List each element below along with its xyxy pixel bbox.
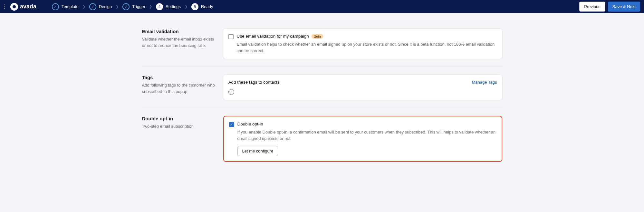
svg-rect-2 bbox=[5, 8, 5, 9]
header-actions: Previous Save & Next bbox=[579, 2, 640, 12]
card-description: Email validation helps to check whether … bbox=[237, 41, 497, 54]
section-double-opt-in: Double opt-in Two-step email subscriptio… bbox=[142, 108, 502, 170]
main-content: Email validation Validate whether the em… bbox=[142, 13, 502, 189]
step-label: Template bbox=[62, 4, 79, 9]
logo-icon bbox=[10, 3, 18, 11]
app-header: avada ✓ Template ❯ ✓ Design ❯ ✓ Trigger … bbox=[0, 0, 644, 13]
chevron-right-icon: ❯ bbox=[82, 5, 85, 9]
save-next-button[interactable]: Save & Next bbox=[608, 2, 640, 12]
step-label: Trigger bbox=[132, 4, 145, 9]
configure-button[interactable]: Let me configure bbox=[237, 146, 278, 156]
add-tag-icon[interactable]: + bbox=[228, 89, 234, 95]
double-opt-in-card: ✓ Double opt-in If you enable Double opt… bbox=[223, 116, 502, 162]
section-desc: Add following tags to the customer who s… bbox=[142, 82, 216, 95]
tags-title: Add these tags to contacts bbox=[228, 80, 280, 85]
card-description: If you enable Double opt-in, a confirmat… bbox=[237, 129, 496, 142]
section-email-validation: Email validation Validate whether the em… bbox=[142, 21, 502, 67]
beta-badge: Beta bbox=[312, 34, 323, 39]
svg-rect-1 bbox=[5, 6, 5, 7]
brand-logo: avada bbox=[10, 3, 36, 11]
previous-button[interactable]: Previous bbox=[579, 2, 605, 12]
chevron-right-icon: ❯ bbox=[149, 5, 152, 9]
section-tags: Tags Add following tags to the customer … bbox=[142, 67, 502, 108]
checkbox-row: ✓ Double opt-in bbox=[229, 122, 496, 127]
tags-card: Add these tags to contacts Manage Tags + bbox=[223, 75, 502, 100]
section-left: Tags Add following tags to the customer … bbox=[142, 75, 216, 100]
svg-rect-0 bbox=[5, 5, 5, 5]
chevron-right-icon: ❯ bbox=[185, 5, 187, 9]
section-title: Email validation bbox=[142, 29, 216, 34]
email-validation-card: Use email validation for my campaign Bet… bbox=[223, 29, 502, 59]
section-right: Add these tags to contacts Manage Tags + bbox=[223, 75, 502, 100]
email-validation-checkbox[interactable] bbox=[228, 34, 234, 39]
brand-name: avada bbox=[20, 3, 36, 10]
checkbox-label: Double opt-in bbox=[237, 122, 263, 126]
section-desc: Validate whether the email inbox exists … bbox=[142, 36, 216, 49]
section-right: ✓ Double opt-in If you enable Double opt… bbox=[223, 116, 502, 162]
step-label: Settings bbox=[166, 4, 181, 9]
manage-tags-link[interactable]: Manage Tags bbox=[472, 80, 497, 85]
chevron-right-icon: ❯ bbox=[116, 5, 119, 9]
section-title: Tags bbox=[142, 75, 216, 80]
step-number-icon: 5 bbox=[191, 3, 198, 10]
step-template[interactable]: ✓ Template bbox=[52, 3, 79, 10]
step-nav: ✓ Template ❯ ✓ Design ❯ ✓ Trigger ❯ 4 Se… bbox=[52, 3, 577, 10]
step-design[interactable]: ✓ Design bbox=[89, 3, 112, 10]
step-ready[interactable]: 5 Ready bbox=[191, 3, 213, 10]
menu-toggle-icon[interactable] bbox=[4, 5, 6, 9]
checkbox-row: Use email validation for my campaign Bet… bbox=[228, 34, 497, 39]
section-left: Email validation Validate whether the em… bbox=[142, 29, 216, 59]
check-icon: ✓ bbox=[89, 3, 96, 10]
section-right: Use email validation for my campaign Bet… bbox=[223, 29, 502, 59]
step-trigger[interactable]: ✓ Trigger bbox=[122, 3, 145, 10]
double-opt-in-checkbox[interactable]: ✓ bbox=[229, 122, 234, 127]
step-label: Ready bbox=[201, 4, 213, 9]
step-settings[interactable]: 4 Settings bbox=[156, 3, 181, 10]
section-left: Double opt-in Two-step email subscriptio… bbox=[142, 116, 216, 162]
section-title: Double opt-in bbox=[142, 116, 216, 121]
checkbox-label: Use email validation for my campaign Bet… bbox=[237, 34, 323, 39]
check-icon: ✓ bbox=[122, 3, 130, 10]
tags-header: Add these tags to contacts Manage Tags bbox=[228, 80, 497, 85]
step-number-icon: 4 bbox=[156, 3, 163, 10]
step-label: Design bbox=[99, 4, 112, 9]
check-icon: ✓ bbox=[52, 3, 59, 10]
section-desc: Two-step email subscription bbox=[142, 123, 216, 130]
